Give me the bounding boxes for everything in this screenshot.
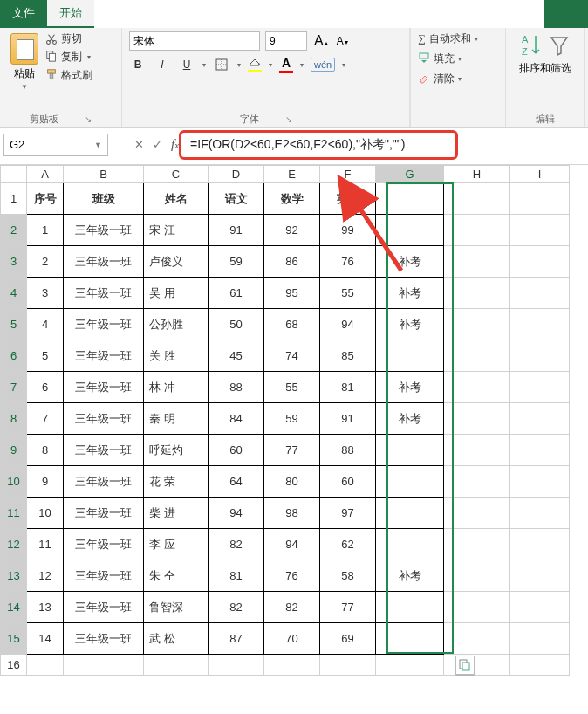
- cell-name[interactable]: 林 冲: [144, 372, 209, 403]
- cell-result[interactable]: 补考: [376, 278, 444, 309]
- font-size-select[interactable]: [265, 31, 307, 51]
- col-head-D[interactable]: D: [209, 166, 264, 183]
- header-seq[interactable]: 序号: [27, 183, 64, 215]
- cell[interactable]: [444, 592, 510, 623]
- cell-english[interactable]: 99: [320, 215, 376, 246]
- cell[interactable]: [376, 655, 444, 676]
- row-head[interactable]: 12: [1, 529, 27, 560]
- tab-home[interactable]: 开始: [47, 0, 94, 28]
- cell-chinese[interactable]: 81: [209, 560, 264, 592]
- row-head[interactable]: 14: [1, 592, 27, 623]
- cell[interactable]: [444, 435, 510, 466]
- cell-name[interactable]: 李 应: [144, 529, 209, 560]
- cell-seq[interactable]: 13: [27, 592, 64, 623]
- font-name-select[interactable]: [129, 31, 260, 51]
- cell-math[interactable]: 82: [264, 592, 320, 623]
- cell-name[interactable]: 鲁智深: [144, 592, 209, 623]
- cell[interactable]: [510, 498, 570, 529]
- cell-english[interactable]: 85: [320, 340, 376, 372]
- tab-developer[interactable]: 开发工: [486, 0, 544, 28]
- cell-math[interactable]: 98: [264, 498, 320, 529]
- cell[interactable]: [444, 340, 510, 372]
- row-head-1[interactable]: 1: [1, 183, 27, 215]
- cell-english[interactable]: 77: [320, 592, 376, 623]
- cell-class[interactable]: 三年级一班: [64, 529, 144, 560]
- cell-class[interactable]: 三年级一班: [64, 560, 144, 592]
- cell-name[interactable]: 公孙胜: [144, 309, 209, 340]
- col-head-G[interactable]: G: [376, 166, 444, 183]
- row-head[interactable]: 11: [1, 498, 27, 529]
- header-chinese[interactable]: 语文: [209, 183, 264, 215]
- cell-seq[interactable]: 7: [27, 403, 64, 435]
- cell-name[interactable]: 卢俊义: [144, 246, 209, 278]
- cell-english[interactable]: 97: [320, 498, 376, 529]
- cell-math[interactable]: 77: [264, 435, 320, 466]
- row-head[interactable]: 13: [1, 560, 27, 592]
- cell[interactable]: [510, 592, 570, 623]
- cell-math[interactable]: 76: [264, 560, 320, 592]
- cell[interactable]: [444, 655, 510, 676]
- cell-class[interactable]: 三年级一班: [64, 215, 144, 246]
- cell-chinese[interactable]: 45: [209, 340, 264, 372]
- row-head[interactable]: 3: [1, 246, 27, 278]
- cell[interactable]: [444, 560, 510, 592]
- cell[interactable]: [510, 372, 570, 403]
- phonetic-button[interactable]: wén: [311, 58, 335, 72]
- cell[interactable]: [510, 246, 570, 278]
- cell[interactable]: [510, 435, 570, 466]
- dialog-launcher-icon[interactable]: ↘: [85, 114, 92, 124]
- cell-result[interactable]: [376, 529, 444, 560]
- formula-input[interactable]: =IF(OR(D2<60,E2<60,F2<60),"补考",""): [179, 130, 458, 160]
- cell-english[interactable]: 81: [320, 372, 376, 403]
- accept-formula-button[interactable]: ✓: [153, 138, 162, 151]
- cell-chinese[interactable]: 94: [209, 498, 264, 529]
- cell[interactable]: [209, 655, 264, 676]
- cell-chinese[interactable]: 91: [209, 215, 264, 246]
- col-head-C[interactable]: C: [144, 166, 209, 183]
- italic-button[interactable]: I: [154, 56, 171, 73]
- cell-english[interactable]: 55: [320, 278, 376, 309]
- cell[interactable]: [510, 215, 570, 246]
- cell[interactable]: [510, 278, 570, 309]
- cell-seq[interactable]: 9: [27, 466, 64, 498]
- cell-english[interactable]: 58: [320, 560, 376, 592]
- cell[interactable]: [510, 655, 570, 676]
- cell-name[interactable]: 宋 江: [144, 215, 209, 246]
- border-button[interactable]: [213, 56, 230, 73]
- cell[interactable]: [444, 529, 510, 560]
- cell[interactable]: [64, 655, 144, 676]
- cut-button[interactable]: 剪切: [45, 31, 92, 46]
- cell-class[interactable]: 三年级一班: [64, 592, 144, 623]
- col-head-H[interactable]: H: [444, 166, 510, 183]
- cell[interactable]: [444, 246, 510, 278]
- dialog-launcher-icon[interactable]: ↘: [285, 114, 292, 124]
- cell-seq[interactable]: 11: [27, 529, 64, 560]
- sort-az-icon[interactable]: AZ: [519, 31, 544, 59]
- tab-excel-finance[interactable]: Excel与财务: [94, 0, 181, 28]
- name-box[interactable]: G2 ▼: [3, 134, 108, 156]
- cell-seq[interactable]: 2: [27, 246, 64, 278]
- tab-formula[interactable]: 公式: [297, 0, 345, 28]
- cell-chinese[interactable]: 59: [209, 246, 264, 278]
- cell-math[interactable]: 80: [264, 466, 320, 498]
- col-head-B[interactable]: B: [64, 166, 144, 183]
- row-head[interactable]: 4: [1, 278, 27, 309]
- cell-name[interactable]: 武 松: [144, 623, 209, 655]
- fill-color-button[interactable]: [248, 57, 262, 72]
- cell-result[interactable]: [376, 215, 444, 246]
- paste-button[interactable]: 粘贴 ▼: [7, 31, 42, 93]
- cell-class[interactable]: 三年级一班: [64, 278, 144, 309]
- fill-button[interactable]: 填充 ▾: [418, 51, 498, 66]
- cell-result[interactable]: 补考: [376, 246, 444, 278]
- cell-seq[interactable]: 14: [27, 623, 64, 655]
- cell[interactable]: [444, 278, 510, 309]
- cell[interactable]: [444, 466, 510, 498]
- tab-view[interactable]: 视图: [439, 0, 486, 28]
- cell-class[interactable]: 三年级一班: [64, 403, 144, 435]
- col-head-A[interactable]: A: [27, 166, 64, 183]
- copy-button[interactable]: 复制▾: [45, 50, 92, 65]
- cell-english[interactable]: 94: [320, 309, 376, 340]
- clear-button[interactable]: 清除 ▾: [418, 72, 498, 86]
- cell-seq[interactable]: 1: [27, 215, 64, 246]
- cell-seq[interactable]: 4: [27, 309, 64, 340]
